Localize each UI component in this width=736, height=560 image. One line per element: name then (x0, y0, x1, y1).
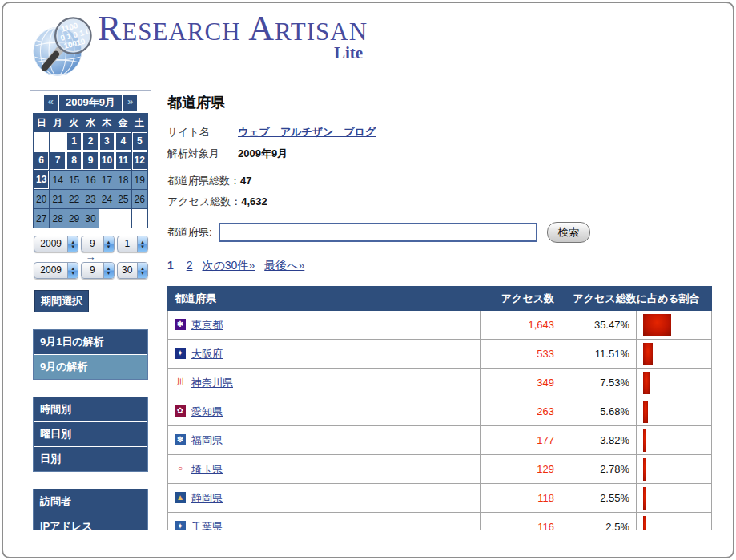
calendar-day-cell: 16 (82, 171, 99, 190)
prefecture-cell: ▲静岡県 (168, 484, 481, 513)
calendar-weekday: 金 (115, 114, 131, 132)
calendar-day-link[interactable]: 6 (34, 152, 48, 169)
calendar-day-cell: 6 (34, 151, 50, 171)
calendar-day-cell: 3 (99, 132, 115, 151)
access-count-cell: 349 (481, 369, 561, 397)
calendar-day-link[interactable]: 10 (100, 152, 114, 169)
calendar-next-button[interactable]: » (123, 95, 137, 111)
prefecture-cell: ✿愛知県 (168, 397, 481, 426)
prefecture-flag-icon: ✱ (175, 319, 186, 330)
calendar: 日月火水木金土 12345678910111213141516171819202… (33, 113, 148, 228)
access-share-bar (643, 487, 646, 510)
calendar-day-cell: 7 (50, 151, 66, 171)
search-button[interactable]: 検索 (547, 222, 590, 243)
sidebar-item[interactable]: IPアドレス (34, 514, 147, 530)
access-count-cell: 118 (481, 484, 561, 513)
prefecture-link[interactable]: 静岡県 (191, 492, 223, 504)
access-share-bar-cell (637, 369, 712, 397)
column-header-prefecture: 都道府県 (168, 287, 481, 311)
sidebar-item[interactable]: 9月1日の解析 (34, 330, 147, 355)
calendar-day-link[interactable]: 3 (100, 133, 114, 150)
access-count-cell: 1,643 (481, 311, 561, 340)
range-to-month-select[interactable]: 9▲▼ (81, 262, 114, 279)
prefecture-cell: ○埼玉県 (168, 455, 481, 484)
sidebar-item[interactable]: 日別 (34, 447, 147, 471)
calendar-day-cell: 22 (66, 190, 82, 209)
calendar-day-link[interactable]: 9 (83, 152, 97, 169)
calendar-day-cell: 13 (34, 171, 50, 190)
prefecture-link[interactable]: 福岡県 (191, 434, 223, 446)
prefecture-link[interactable]: 千葉県 (191, 521, 223, 530)
calendar-day-cell: 5 (131, 132, 147, 151)
calendar-day-link[interactable]: 11 (116, 152, 130, 169)
calendar-day-cell: 9 (82, 151, 99, 171)
calendar-day-cell: 4 (115, 132, 131, 151)
calendar-day-link[interactable]: 8 (67, 152, 81, 169)
calendar-day-link[interactable]: 2 (83, 133, 97, 150)
calendar-weekday: 土 (131, 114, 147, 132)
range-to-day-select[interactable]: 30▲▼ (117, 262, 148, 279)
calendar-weekday: 日 (34, 114, 50, 132)
access-count-cell: 177 (481, 426, 561, 455)
calendar-day-link[interactable]: 7 (50, 152, 64, 169)
sidebar-menu-group: 訪問者IPアドレスリモートホスト (33, 489, 148, 530)
prefecture-cell: ✱東京都 (168, 311, 481, 340)
calendar-day-link[interactable]: 13 (34, 171, 48, 188)
calendar-day-link[interactable]: 12 (133, 152, 147, 169)
calendar-day-cell: 1 (66, 132, 82, 151)
calendar-day-cell: 26 (131, 190, 147, 209)
prefecture-total-value: 47 (240, 175, 251, 187)
sidebar-item[interactable]: 訪問者 (34, 489, 147, 514)
access-share-cell: 2.78% (561, 455, 637, 484)
access-share-bar-cell (637, 311, 712, 340)
prefecture-total-label: 都道府県総数： (167, 175, 240, 187)
range-from-year-select[interactable]: 2009▲▼ (34, 236, 78, 252)
calendar-day-link[interactable]: 4 (116, 133, 130, 150)
table-row: ✿愛知県2635.68% (168, 397, 712, 426)
range-from-day-select[interactable]: 1▲▼ (117, 236, 148, 252)
range-from-month-select[interactable]: 9▲▼ (81, 236, 114, 252)
stepper-icon: ▲▼ (67, 263, 78, 278)
sidebar-menu-group: 時間別曜日別日別 (33, 397, 148, 472)
prefecture-flag-icon: 川 (175, 377, 186, 388)
sidebar-item[interactable]: 曜日別 (34, 422, 147, 447)
prefecture-link[interactable]: 大阪府 (191, 348, 223, 360)
date-range-picker: 2009▲▼ 9▲▼ 1▲▼ → 2009▲▼ 9▲▼ (33, 236, 148, 312)
sidebar-item[interactable]: 時間別 (34, 397, 147, 422)
browser-window: 1100 0 1 0 1 0 10010 Research Artisan Li… (2, 2, 734, 558)
table-row: ✱東京都1,64335.47% (168, 311, 712, 340)
globe-magnifier-icon: 1100 0 1 0 1 0 10010 (30, 10, 95, 87)
access-count-cell: 129 (481, 455, 561, 484)
stepper-icon: ▲▼ (103, 236, 114, 252)
calendar-day-cell: 27 (34, 209, 50, 228)
prefecture-search-input[interactable] (219, 223, 537, 242)
prefecture-cell: ✦大阪府 (168, 340, 481, 369)
pagination-link[interactable]: 2 (187, 259, 193, 272)
prefecture-cell: ✦千葉県 (168, 513, 481, 530)
prefecture-link[interactable]: 愛知県 (191, 405, 223, 417)
access-share-bar-cell (637, 397, 712, 426)
site-name-link[interactable]: ウェブ アルチザン ブログ (238, 125, 376, 139)
sidebar: « 2009年9月 » 日月火水木金土 12345678910111213141… (30, 90, 151, 530)
sidebar-item[interactable]: 9月の解析 (34, 355, 147, 379)
calendar-day-cell: 29 (66, 209, 82, 228)
prefecture-link[interactable]: 神奈川県 (191, 377, 233, 389)
access-share-bar (643, 343, 653, 365)
period-select-button[interactable]: 期間選択 (34, 290, 89, 312)
prefecture-link[interactable]: 埼玉県 (191, 463, 223, 475)
pagination-link[interactable]: 最後へ» (264, 259, 304, 272)
calendar-day-cell: 2 (82, 132, 99, 151)
access-total-label: アクセス総数： (167, 195, 241, 207)
access-share-cell: 2.55% (561, 484, 637, 513)
logo-title: Research Artisan (98, 10, 368, 48)
prefecture-link[interactable]: 東京都 (191, 319, 223, 331)
access-share-bar-cell (637, 455, 712, 484)
prefecture-flag-icon: ▲ (175, 492, 186, 503)
range-to-year-select[interactable]: 2009▲▼ (34, 262, 78, 279)
calendar-prev-button[interactable]: « (44, 95, 58, 111)
calendar-day-link[interactable]: 5 (133, 133, 147, 150)
calendar-day-cell: 8 (66, 151, 82, 171)
calendar-empty-cell (34, 132, 50, 151)
calendar-day-link[interactable]: 1 (67, 133, 81, 150)
pagination-link[interactable]: 次の30件» (202, 259, 255, 272)
